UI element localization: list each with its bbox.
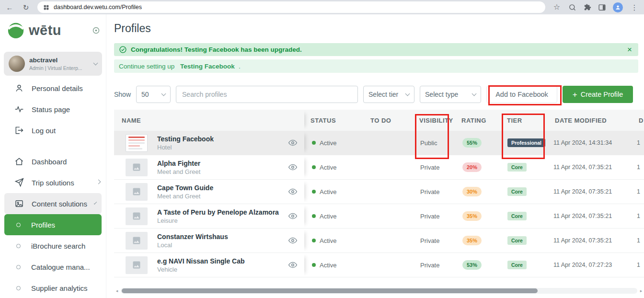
account-switcher[interactable]: abctravel Admin | Virtual Enterp... bbox=[4, 52, 102, 76]
preview-eye-icon[interactable] bbox=[288, 211, 298, 221]
sidebar-item-label: Profiles bbox=[31, 221, 55, 229]
search-lens-icon[interactable] bbox=[568, 3, 576, 11]
status-dot bbox=[312, 141, 316, 145]
user-role: Admin | Virtual Enterp... bbox=[29, 65, 82, 71]
extensions-puzzle-icon[interactable] bbox=[583, 3, 591, 11]
sidebar-item-supplier-analytics[interactable]: Supplier analytics bbox=[4, 277, 102, 298]
sidebar-item-status-page[interactable]: Status page bbox=[0, 99, 106, 120]
check-circle-icon bbox=[119, 46, 127, 54]
sidebar-item-content-solutions[interactable]: Content solutions bbox=[4, 193, 102, 214]
sidebar-item-label: Trip solutions bbox=[32, 179, 74, 187]
sidebar-item-label: Status page bbox=[32, 105, 70, 114]
circle-bullet-icon bbox=[16, 244, 21, 248]
date-created-cut-cell: 1 bbox=[632, 139, 644, 146]
table-row[interactable]: Constanzer Wirtshaus Local Active Privat… bbox=[114, 229, 644, 253]
date-modified-cell: 11 Apr 2024, 07:35:21 bbox=[549, 164, 632, 171]
header-date-created-cut[interactable]: D bbox=[632, 117, 644, 124]
header-tier[interactable]: TIER bbox=[501, 117, 549, 124]
chevron-right-icon bbox=[96, 179, 101, 184]
preview-eye-icon[interactable] bbox=[288, 236, 298, 245]
header-todo[interactable]: TO DO bbox=[364, 117, 413, 124]
person-icon bbox=[14, 83, 24, 93]
browser-menu-icon[interactable]: ⋮ bbox=[630, 4, 639, 11]
sidebar-item-log-out[interactable]: Log out bbox=[0, 120, 106, 141]
sidebar-item-dashboard[interactable]: Dashboard bbox=[0, 151, 106, 172]
page-size-select[interactable]: 50 bbox=[136, 86, 171, 103]
profiles-table: NAME STATUS TO DO VISIBILITY RATING TIER… bbox=[114, 110, 644, 277]
sidebar-item-trip-solutions[interactable]: Trip solutions bbox=[0, 172, 106, 193]
chevron-down-icon bbox=[405, 91, 410, 96]
date-created-cut-cell: 1 bbox=[632, 262, 644, 268]
profile-name: Cape Town Guide bbox=[157, 184, 213, 192]
header-name[interactable]: NAME bbox=[114, 110, 304, 131]
sidebar-spacer bbox=[0, 141, 106, 151]
user-avatar bbox=[9, 56, 25, 72]
header-date-modified[interactable]: DATE MODIFIED bbox=[549, 117, 632, 124]
circle-bullet-icon bbox=[16, 265, 21, 269]
scroll-right-icon[interactable]: ▸ bbox=[638, 288, 644, 293]
sidebar-item-catalogue-management[interactable]: Catalogue mana... bbox=[4, 256, 102, 277]
tier-select[interactable]: Select tier bbox=[363, 86, 414, 103]
horizontal-scrollbar[interactable]: ◂ ▸ bbox=[114, 287, 644, 294]
type-select-value: Select type bbox=[425, 91, 458, 98]
page-title: Profiles bbox=[114, 22, 644, 35]
preview-eye-icon[interactable] bbox=[288, 138, 298, 148]
header-rating[interactable]: RATING bbox=[455, 117, 501, 124]
type-select[interactable]: Select type bbox=[420, 86, 481, 103]
address-bar[interactable]: dashboard.dev.wetu.com/Profiles bbox=[37, 1, 545, 13]
sidebar-item-label: Supplier analytics bbox=[31, 284, 88, 292]
status-text: Active bbox=[320, 237, 336, 244]
status-dot bbox=[312, 263, 316, 267]
status-text: Active bbox=[320, 213, 336, 220]
site-settings-icon[interactable] bbox=[43, 4, 49, 11]
logout-icon bbox=[14, 126, 24, 135]
table-row[interactable]: Testing Facebook Hotel Active Public 55%… bbox=[114, 131, 644, 155]
side-panel-icon[interactable] bbox=[598, 3, 606, 11]
target-icon[interactable] bbox=[92, 26, 100, 34]
profile-type: Meet and Greet bbox=[157, 168, 200, 175]
visibility-cell: Private bbox=[413, 188, 455, 195]
table-row[interactable]: A Taste of Peru by Penelope Alzamora Lei… bbox=[114, 204, 644, 229]
table-row[interactable]: Cape Town Guide Meet and Greet Active Pr… bbox=[114, 180, 644, 204]
bookmark-star-icon[interactable]: ☆ bbox=[552, 3, 562, 11]
rating-badge: 35% bbox=[462, 236, 482, 245]
sidebar-item-profiles[interactable]: Profiles bbox=[4, 214, 102, 235]
home-icon bbox=[14, 157, 24, 166]
header-status[interactable]: STATUS bbox=[304, 117, 364, 124]
profile-type: Leisure bbox=[157, 217, 278, 224]
table-row[interactable]: Alpha Fighter Meet and Greet Active Priv… bbox=[114, 155, 644, 180]
scrollbar-track[interactable] bbox=[121, 288, 637, 294]
header-visibility[interactable]: VISIBILITY bbox=[413, 117, 455, 124]
date-modified-cell: 11 Apr 2024, 07:35:21 bbox=[549, 213, 632, 219]
info-banner: Continue setting up Testing Facebook. bbox=[114, 59, 638, 73]
main-content: Profiles Congratulations! Testing Facebo… bbox=[106, 14, 644, 298]
tier-badge: Core bbox=[507, 261, 527, 269]
date-created-cut-cell: 1 bbox=[632, 213, 644, 219]
profile-name: Alpha Fighter bbox=[157, 160, 200, 167]
sidebar-item-ibrochure-search[interactable]: iBrochure search bbox=[4, 235, 102, 256]
scroll-left-icon[interactable]: ◂ bbox=[114, 288, 120, 293]
create-profile-button[interactable]: + Create Profile bbox=[563, 86, 633, 103]
reload-icon[interactable]: ↻ bbox=[21, 4, 31, 11]
preview-eye-icon[interactable] bbox=[288, 260, 298, 270]
placeholder-image-icon bbox=[126, 159, 148, 176]
status-dot bbox=[312, 214, 316, 218]
table-row[interactable]: e.g NAVI Nissan Single Cab Vehicle Activ… bbox=[114, 253, 644, 277]
placeholder-image-icon bbox=[126, 232, 148, 250]
wetu-logo-text: wētu bbox=[29, 23, 61, 38]
sidebar-item-personal-details[interactable]: Personal details bbox=[0, 78, 106, 99]
visibility-cell: Private bbox=[413, 213, 455, 220]
sidebar-item-label: Dashboard bbox=[32, 158, 67, 166]
back-icon[interactable]: ← bbox=[5, 4, 14, 11]
preview-eye-icon[interactable] bbox=[288, 187, 298, 196]
profile-name: A Taste of Peru by Penelope Alzamora bbox=[157, 208, 278, 216]
browser-profile-avatar[interactable] bbox=[613, 2, 623, 12]
search-input[interactable] bbox=[176, 86, 358, 103]
status-dot bbox=[312, 165, 316, 169]
preview-eye-icon[interactable] bbox=[288, 162, 298, 172]
close-icon[interactable]: × bbox=[626, 45, 633, 55]
status-text: Active bbox=[320, 188, 336, 195]
add-to-facebook-button[interactable]: Add to Facebook bbox=[486, 86, 557, 103]
scrollbar-thumb[interactable] bbox=[122, 288, 538, 293]
show-label: Show bbox=[114, 91, 131, 98]
